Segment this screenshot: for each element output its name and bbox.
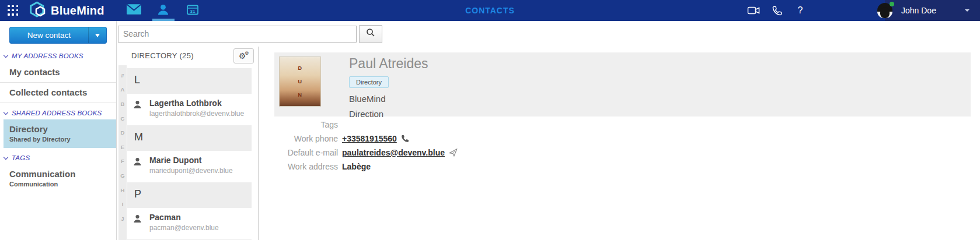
send-icon[interactable]	[449, 149, 458, 157]
alpha-letter[interactable]: J	[121, 211, 124, 226]
field-default-email: Default e-mail paulatreides@devenv.blue	[259, 148, 458, 157]
chevron-down-icon	[965, 9, 969, 12]
contact-row-marie[interactable]: Marie Dupont mariedupont@devenv.blue	[127, 151, 252, 182]
new-contact-dropdown[interactable]	[89, 34, 106, 37]
contact-row-pacman[interactable]: Pacman pacman@devenv.blue	[127, 208, 252, 239]
alpha-letter[interactable]: A	[121, 83, 125, 97]
person-icon	[133, 100, 142, 111]
detail-header-band: D U N Paul Atreides Directory BlueMind D…	[274, 52, 971, 117]
contact-row-lagertha[interactable]: Lagertha Lothbrok lagerthalothbrok@deven…	[127, 94, 252, 125]
phone-icon[interactable]	[765, 0, 789, 21]
group-letter: L	[127, 68, 252, 94]
bluemind-logo[interactable]: BlueMind	[29, 1, 104, 20]
directory-badge: Directory	[349, 76, 389, 88]
alpha-letter[interactable]: #	[121, 68, 124, 83]
section-my-address-books[interactable]: MY ADDRESS BOOKS	[0, 46, 116, 62]
call-icon[interactable]	[401, 135, 409, 143]
group-letter: M	[127, 125, 252, 151]
alpha-letter[interactable]: F	[121, 154, 124, 169]
sidebar-item-communication[interactable]: Communication Communication	[0, 164, 116, 193]
section-shared-address-books[interactable]: SHARED ADDRESS BOOKS	[0, 103, 116, 119]
svg-text:31: 31	[190, 9, 195, 14]
work-address-value: Labège	[342, 162, 371, 171]
user-menu[interactable]: John Doe	[885, 0, 980, 21]
new-contact-label: New contact	[10, 31, 88, 40]
search-button[interactable]	[359, 25, 382, 43]
contact-list: L Lagertha Lothbrok lagerthalothbrok@dev…	[127, 68, 252, 240]
mail-icon	[127, 4, 141, 17]
user-name: John Doe	[901, 6, 936, 15]
group-letter: P	[127, 182, 252, 208]
chevron-down-icon	[4, 52, 8, 57]
bluemind-hexagon-icon	[29, 1, 47, 20]
presence-dot	[890, 2, 894, 6]
person-icon	[133, 157, 142, 168]
contact-company: BlueMind	[349, 94, 428, 104]
contact-name-heading: Paul Atreides	[349, 56, 428, 72]
search-bar	[117, 21, 980, 47]
brand-text: BlueMind	[51, 4, 104, 17]
alpha-letter[interactable]: C	[121, 111, 125, 126]
topbar: BlueMind 31 CONTACTS	[0, 0, 980, 21]
tab-calendar[interactable]: 31	[178, 0, 207, 21]
work-phone-link[interactable]: +33581915560	[342, 134, 397, 143]
field-work-address: Work address Labège	[259, 162, 458, 171]
avatar[interactable]	[877, 3, 892, 18]
alpha-letter[interactable]: G	[120, 168, 124, 183]
alpha-letter[interactable]: D	[121, 125, 125, 140]
alpha-letter[interactable]: H	[121, 183, 125, 197]
new-contact-button[interactable]: New contact	[9, 27, 107, 44]
field-tags: Tags	[259, 120, 458, 129]
contact-fields: Tags Work phone +33581915560 Default e-m…	[259, 120, 458, 176]
field-work-phone: Work phone +33581915560	[259, 134, 458, 143]
video-call-icon[interactable]	[742, 0, 765, 21]
contact-list-panel: DIRECTORY (25) ⚙ ⚙ # A B C D E F G H I J…	[117, 47, 259, 240]
help-icon[interactable]: ?	[789, 0, 812, 21]
tab-contacts[interactable]	[149, 0, 178, 21]
sidebar-item-my-contacts[interactable]: My contacts	[0, 62, 116, 83]
contact-role: Direction	[349, 109, 428, 119]
alpha-letter[interactable]: E	[121, 140, 124, 154]
gear-small-icon: ⚙	[245, 51, 249, 56]
calendar-icon: 31	[187, 4, 198, 17]
list-settings-button[interactable]: ⚙ ⚙	[233, 48, 254, 63]
tab-mail[interactable]	[120, 0, 149, 21]
caret-down-icon	[95, 34, 100, 37]
alphabet-rail[interactable]: # A B C D E F G H I J	[118, 65, 127, 240]
search-input[interactable]	[118, 26, 357, 43]
search-icon	[366, 28, 375, 40]
chevron-down-icon	[4, 154, 8, 159]
topbar-right: ? John Doe	[742, 0, 980, 21]
chevron-down-icon	[4, 110, 8, 114]
contact-photo: D U N	[279, 57, 321, 107]
email-link[interactable]: paulatreides@devenv.blue	[342, 148, 445, 157]
sidebar-item-directory[interactable]: Directory Shared by Directory	[4, 119, 116, 148]
section-tags[interactable]: TAGS	[0, 148, 116, 164]
list-header: DIRECTORY (25)	[131, 51, 194, 60]
sidebar-item-collected-contacts[interactable]: Collected contacts	[0, 83, 116, 103]
person-icon	[133, 214, 142, 225]
alpha-letter[interactable]: I	[122, 197, 124, 211]
sidebar: New contact MY ADDRESS BOOKS My contacts…	[0, 21, 117, 240]
apps-grid-icon[interactable]	[8, 5, 19, 16]
alpha-letter[interactable]: B	[121, 97, 125, 111]
contacts-icon	[157, 3, 169, 18]
contact-detail-panel: D U N Paul Atreides Directory BlueMind D…	[259, 47, 980, 240]
